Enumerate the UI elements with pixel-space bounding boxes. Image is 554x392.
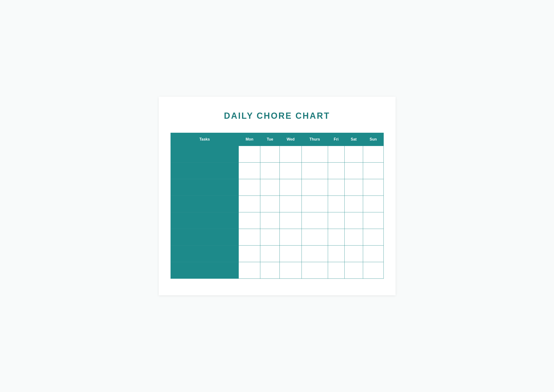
day-cell-6-0 (239, 245, 260, 262)
day-cell-3-2 (280, 196, 302, 212)
header-thurs: Thurs (302, 133, 328, 146)
task-cell-3 (171, 196, 239, 212)
day-cell-5-1 (260, 229, 280, 245)
chore-chart-table: Tasks Mon Tue Wed Thurs Fri Sat Sun (171, 133, 384, 279)
tasks-header: Tasks (171, 133, 239, 146)
day-cell-3-5 (344, 196, 363, 212)
day-cell-3-3 (302, 196, 328, 212)
day-cell-5-6 (363, 229, 383, 245)
table-row (171, 163, 383, 179)
day-cell-6-2 (280, 245, 302, 262)
day-cell-2-0 (239, 179, 260, 196)
day-cell-2-2 (280, 179, 302, 196)
header-sat: Sat (344, 133, 363, 146)
day-cell-1-2 (280, 163, 302, 179)
day-cell-0-6 (363, 146, 383, 163)
day-cell-4-6 (363, 212, 383, 229)
task-cell-7 (171, 262, 239, 279)
day-cell-7-4 (328, 262, 344, 279)
table-row (171, 229, 383, 245)
day-cell-1-5 (344, 163, 363, 179)
day-cell-4-0 (239, 212, 260, 229)
day-cell-0-4 (328, 146, 344, 163)
header-fri: Fri (328, 133, 344, 146)
table-row (171, 146, 383, 163)
day-cell-3-1 (260, 196, 280, 212)
day-cell-1-6 (363, 163, 383, 179)
day-cell-3-6 (363, 196, 383, 212)
table-row (171, 196, 383, 212)
task-cell-5 (171, 229, 239, 245)
day-cell-1-1 (260, 163, 280, 179)
day-cell-5-0 (239, 229, 260, 245)
table-row (171, 212, 383, 229)
day-cell-1-3 (302, 163, 328, 179)
day-cell-7-6 (363, 262, 383, 279)
task-cell-6 (171, 245, 239, 262)
day-cell-4-3 (302, 212, 328, 229)
header-row: Tasks Mon Tue Wed Thurs Fri Sat Sun (171, 133, 383, 146)
header-wed: Wed (280, 133, 302, 146)
task-cell-2 (171, 179, 239, 196)
header-tue: Tue (260, 133, 280, 146)
day-cell-6-3 (302, 245, 328, 262)
header-mon: Mon (239, 133, 260, 146)
table-row (171, 245, 383, 262)
table-row (171, 262, 383, 279)
day-cell-7-2 (280, 262, 302, 279)
day-cell-0-3 (302, 146, 328, 163)
day-cell-5-5 (344, 229, 363, 245)
day-cell-0-2 (280, 146, 302, 163)
day-cell-6-6 (363, 245, 383, 262)
chart-body (171, 146, 383, 279)
task-cell-0 (171, 146, 239, 163)
day-cell-5-2 (280, 229, 302, 245)
day-cell-4-1 (260, 212, 280, 229)
day-cell-2-6 (363, 179, 383, 196)
task-cell-1 (171, 163, 239, 179)
day-cell-2-1 (260, 179, 280, 196)
day-cell-6-4 (328, 245, 344, 262)
day-cell-1-4 (328, 163, 344, 179)
day-cell-4-2 (280, 212, 302, 229)
day-cell-6-1 (260, 245, 280, 262)
day-cell-2-5 (344, 179, 363, 196)
day-cell-0-1 (260, 146, 280, 163)
day-cell-6-5 (344, 245, 363, 262)
day-cell-7-0 (239, 262, 260, 279)
day-cell-0-0 (239, 146, 260, 163)
day-cell-2-3 (302, 179, 328, 196)
task-cell-4 (171, 212, 239, 229)
day-cell-5-3 (302, 229, 328, 245)
table-row (171, 179, 383, 196)
day-cell-4-4 (328, 212, 344, 229)
day-cell-1-0 (239, 163, 260, 179)
day-cell-4-5 (344, 212, 363, 229)
header-sun: Sun (363, 133, 383, 146)
day-cell-5-4 (328, 229, 344, 245)
day-cell-0-5 (344, 146, 363, 163)
day-cell-7-3 (302, 262, 328, 279)
page-title: DAILY CHORE CHART (171, 111, 384, 121)
day-cell-3-0 (239, 196, 260, 212)
day-cell-7-5 (344, 262, 363, 279)
day-cell-7-1 (260, 262, 280, 279)
day-cell-2-4 (328, 179, 344, 196)
page-container: DAILY CHORE CHART Tasks Mon Tue Wed Thur… (159, 97, 395, 295)
day-cell-3-4 (328, 196, 344, 212)
